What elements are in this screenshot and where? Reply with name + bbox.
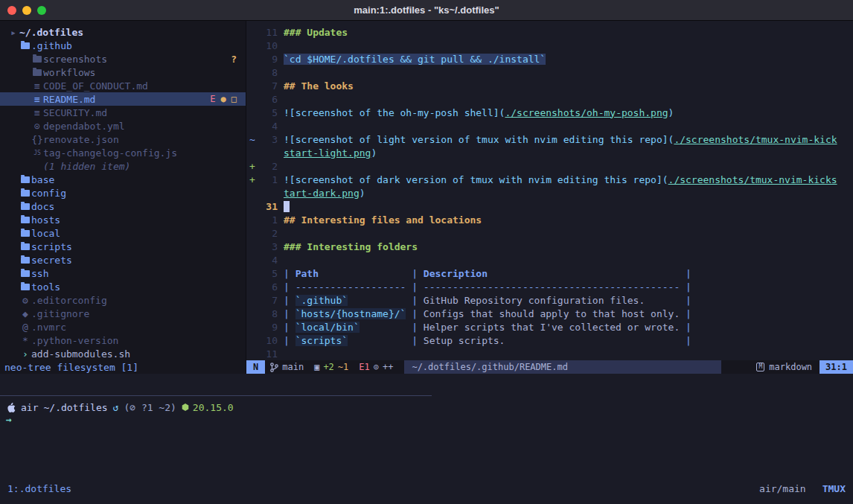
tree-item-scripts[interactable]: scripts bbox=[0, 240, 246, 253]
tree-item-hosts[interactable]: hosts bbox=[0, 213, 246, 226]
tree-item-config[interactable]: config bbox=[0, 186, 246, 200]
folder-icon bbox=[19, 230, 31, 237]
editor-line[interactable]: ~3![screenshot of light version of tmux … bbox=[246, 133, 853, 146]
editor-line[interactable]: 1## Interesting files and locations bbox=[246, 213, 853, 226]
tree-item--gitignore[interactable]: ◆.gitignore bbox=[0, 307, 246, 320]
gutter-sign bbox=[246, 27, 258, 38]
editor-line[interactable]: 2 bbox=[246, 226, 853, 240]
terminal-icon: › bbox=[19, 348, 31, 360]
editor-line[interactable]: 10| `scripts` | Setup scripts. | bbox=[246, 334, 853, 347]
tree-item-label: tag-changelog-config.js bbox=[43, 147, 177, 159]
editor-line[interactable]: 11### Updates bbox=[246, 25, 853, 39]
tree-item-add-submodules-sh[interactable]: ›add-submodules.sh bbox=[0, 347, 246, 360]
line-number: 9 bbox=[258, 54, 278, 65]
asterisk-icon: * bbox=[19, 335, 31, 346]
tree-item-label: ssh bbox=[31, 268, 48, 279]
text-segment-tb: | bbox=[284, 335, 295, 346]
editor-line[interactable]: 3### Interesting folders bbox=[246, 240, 853, 253]
editor-line[interactable]: 7| `.github` | GitHub Repository configu… bbox=[246, 293, 853, 307]
shell-pane[interactable]: air ~/.dotfiles ↺ (⊘ ?1 ~2) 20.15.0 → bbox=[6, 401, 234, 427]
line-text: ![screenshot of the oh-my-posh shell](./… bbox=[278, 107, 674, 118]
neo-tree-winbar: neo-tree filesystem [1] bbox=[0, 360, 246, 374]
git-diff-segment: ▣ +2 ~1 bbox=[309, 362, 354, 372]
folder-icon bbox=[19, 243, 31, 250]
gutter-sign bbox=[246, 214, 258, 226]
editor-line[interactable]: 7## The looks bbox=[246, 79, 853, 92]
editor-pane[interactable]: 11### Updates 10 9`cd $HOME/.dotfiles &&… bbox=[246, 21, 853, 374]
window-title: main:1:.dotfiles - "ks~/.dotfiles" bbox=[354, 4, 499, 16]
filetype-segment: M markdown bbox=[749, 362, 820, 372]
tree-item--nvmrc[interactable]: @.nvmrc bbox=[0, 320, 246, 334]
tree-item-screenshots[interactable]: screenshots? bbox=[0, 52, 246, 66]
line-number: 6 bbox=[258, 94, 278, 105]
gutter-sign bbox=[246, 147, 258, 159]
editor-line[interactable]: 9| `local/bin` | Helper scripts that I'v… bbox=[246, 320, 853, 334]
editor-line[interactable]: 4 bbox=[246, 253, 853, 267]
tree-item--python-version[interactable]: *.python-version bbox=[0, 334, 246, 347]
tmux-badge: TMUX bbox=[822, 483, 846, 494]
tree-item--editorconfig[interactable]: ⚙.editorconfig bbox=[0, 293, 246, 307]
editor-line[interactable]: 5![screenshot of the oh-my-posh shell](.… bbox=[246, 106, 853, 119]
editor-line[interactable]: +2 bbox=[246, 159, 853, 173]
tree-item-readme-md[interactable]: ≡README.mdE●□ bbox=[0, 92, 246, 106]
tree-item--dotfiles[interactable]: ▸~/.dotfiles bbox=[0, 25, 246, 39]
minimize-button[interactable] bbox=[22, 6, 31, 15]
tree-item-label: .editorconfig bbox=[31, 295, 107, 306]
editor-line[interactable]: 5| Path | Description | bbox=[246, 267, 853, 280]
text-segment-tb: | bbox=[284, 308, 295, 319]
line-text: | Path | Description | bbox=[278, 268, 691, 279]
editor-line[interactable]: 31 bbox=[246, 200, 853, 213]
tree-item-docs[interactable]: docs bbox=[0, 200, 246, 213]
tree-item-label: screenshots bbox=[43, 54, 107, 65]
gutter-sign bbox=[246, 201, 258, 212]
line-number: 11 bbox=[258, 27, 278, 38]
editor-line[interactable]: 11 bbox=[246, 347, 853, 360]
tree-item-secrets[interactable]: secrets bbox=[0, 253, 246, 267]
editor-line[interactable]: 6 bbox=[246, 92, 853, 106]
editor-line-wrap[interactable]: tart-dark.png) bbox=[246, 186, 853, 200]
tree-item-dependabot-yml[interactable]: ⊙dependabot.yml bbox=[0, 119, 246, 133]
editor-line[interactable]: 10 bbox=[246, 39, 853, 52]
tree-item-tools[interactable]: tools bbox=[0, 280, 246, 293]
gutter-sign bbox=[246, 54, 258, 65]
tree-item-code-of-conduct-md[interactable]: ≡CODE_OF_CONDUCT.md bbox=[0, 79, 246, 92]
tree-item-base[interactable]: base bbox=[0, 173, 246, 186]
editor-line[interactable]: 9`cd $HOME/.dotfiles && git pull && ./in… bbox=[246, 52, 853, 66]
tree-item--github[interactable]: .github bbox=[0, 39, 246, 52]
editor-line[interactable]: +1![screenshot of dark version of tmux w… bbox=[246, 173, 853, 186]
text-segment-link: tart-dark.png bbox=[284, 188, 360, 199]
tree-item-local[interactable]: local bbox=[0, 226, 246, 240]
tree-item-tag-changelog-config-js[interactable]: JStag-changelog-config.js bbox=[0, 146, 246, 159]
tree-item-label: base bbox=[31, 174, 54, 185]
gutter-sign bbox=[246, 268, 258, 279]
text-segment-th: Description bbox=[424, 268, 488, 279]
text-segment-code: `hosts/{hostname}/` bbox=[295, 308, 406, 319]
tree-item-workflows[interactable]: workflows bbox=[0, 66, 246, 79]
editor-line[interactable]: 8| `hosts/{hostname}/` | Configs that sh… bbox=[246, 307, 853, 320]
tree-item-label: .nvmrc bbox=[31, 322, 66, 333]
tree-item-security-md[interactable]: ≡SECURITY.md bbox=[0, 106, 246, 119]
editor-buffer[interactable]: 11### Updates 10 9`cd $HOME/.dotfiles &&… bbox=[246, 21, 853, 360]
prompt-git-status: (⊘ ?1 ~2) bbox=[124, 402, 176, 413]
tree-item-ssh[interactable]: ssh bbox=[0, 267, 246, 280]
close-button[interactable] bbox=[7, 6, 16, 15]
gutter-sign: + bbox=[246, 161, 258, 172]
line-text: ## The looks bbox=[278, 80, 354, 92]
tmux-window-label[interactable]: 1:.dotfiles bbox=[7, 483, 71, 494]
editor-line[interactable]: 6| ------------------- | ---------------… bbox=[246, 280, 853, 293]
editor-line-wrap[interactable]: start-light.png) bbox=[246, 146, 853, 159]
filetype-label: markdown bbox=[769, 362, 812, 372]
line-number: 9 bbox=[258, 322, 278, 333]
tree-item--1-hidden-item-[interactable]: (1 hidden item) bbox=[0, 159, 246, 173]
line-number: 31 bbox=[258, 201, 278, 212]
gutter-sign bbox=[246, 121, 258, 132]
tree-item-label: local bbox=[31, 228, 60, 239]
text-segment-tb: | bbox=[284, 322, 295, 333]
text-segment-img: ![screenshot of light version of tmux wi… bbox=[284, 134, 674, 145]
editor-line[interactable]: 4 bbox=[246, 119, 853, 133]
tmux-pane-divider[interactable] bbox=[0, 395, 432, 396]
editor-line[interactable]: 8 bbox=[246, 66, 853, 79]
tree-item-label: renovate.json bbox=[43, 134, 119, 145]
tree-item-renovate-json[interactable]: {}renovate.json bbox=[0, 133, 246, 146]
zoom-button[interactable] bbox=[37, 6, 46, 15]
